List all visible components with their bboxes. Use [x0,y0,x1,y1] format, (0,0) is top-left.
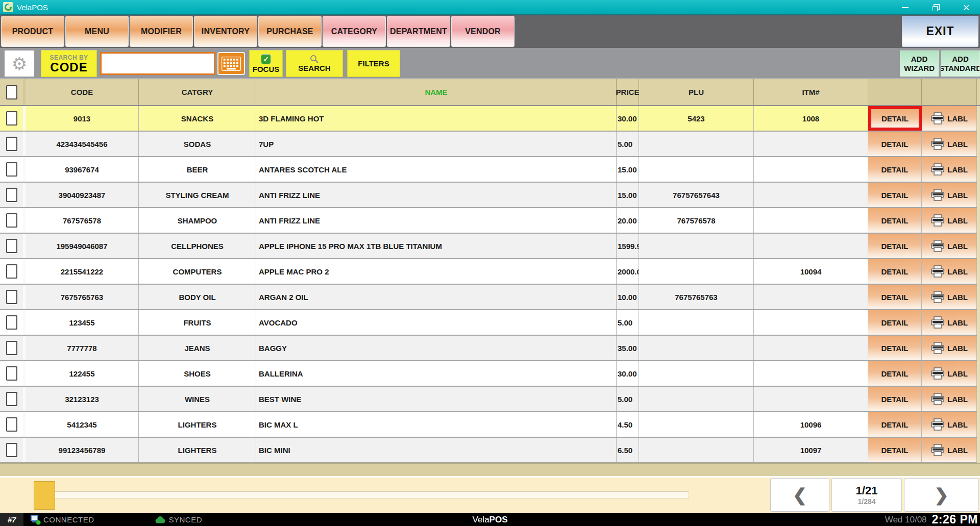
detail-button[interactable]: DETAIL [868,132,922,156]
row-checkbox[interactable] [6,264,17,279]
menu-category-button[interactable]: CATEGORY [323,16,386,47]
row-checkbox[interactable] [6,188,17,202]
table-row[interactable]: 767576578SHAMPOOANTI FRIZZ LINE20.007675… [0,208,977,234]
filters-button[interactable]: FILTERS [347,50,400,77]
next-page-button[interactable]: ❯ [904,478,979,512]
detail-button[interactable]: DETAIL [868,310,922,335]
label-print-button[interactable]: LABL [922,361,977,386]
printer-icon [930,342,945,354]
label-print-button[interactable]: LABL [922,438,977,462]
row-checkbox[interactable] [6,366,17,381]
table-row[interactable]: 5412345LIGHTERSBIC MAX L4.5010096DETAIL … [0,412,977,438]
itm-cell [754,157,868,182]
select-all-checkbox[interactable] [6,85,17,99]
horizontal-scroll-track[interactable] [45,491,689,498]
close-icon[interactable]: ✕ [962,3,971,12]
horizontal-scroll-handle[interactable] [34,481,55,510]
table-row[interactable]: 195949046087CELLPHONESAPPLE IPHONE 15 PR… [0,234,977,259]
detail-button[interactable]: DETAIL [868,438,922,462]
minimize-icon[interactable] [900,3,910,12]
price-cell: 6.50 [617,438,639,462]
table-row[interactable]: 123455FRUITSAVOCADO5.00DETAIL LABL [0,310,977,336]
row-checkbox[interactable] [6,111,17,126]
prev-page-button[interactable]: ❮ [770,478,829,512]
table-row[interactable]: 7675765763BODY OILARGAN 2 OIL10.00767576… [0,285,977,310]
table-row[interactable]: 93967674BEERANTARES SCOTCH ALE15.00DETAI… [0,157,977,183]
on-screen-keyboard-button[interactable] [217,52,245,75]
code-cell: 767576578 [26,208,139,233]
label-print-button[interactable]: LABL [922,208,977,233]
table-row[interactable]: 423434545456SODAS7UP5.00DETAIL LABL [0,132,977,157]
focus-button[interactable]: ✓ FOCUS [249,50,283,77]
row-checkbox[interactable] [6,443,17,457]
settings-button[interactable]: ⚙ [4,50,35,77]
menu-product-button[interactable]: PRODUCT [1,16,64,47]
add-wizard-button[interactable]: ADD WIZARD [900,51,939,77]
row-checkbox[interactable] [6,392,17,406]
row-checkbox[interactable] [6,315,17,330]
detail-button[interactable]: DETAIL [868,208,922,233]
table-row[interactable]: 32123123WINESBEST WINE5.00DETAIL LABL [0,387,977,412]
printer-icon [930,265,945,278]
table-row[interactable]: 2215541222COMPUTERSAPPLE MAC PRO 22000.0… [0,259,977,285]
category-cell: SNACKS [139,106,256,131]
row-select-cell [0,234,26,258]
header-catgry: CATGRY [139,79,256,105]
price-cell: 15.00 [617,183,639,207]
main-menu-bar: PRODUCTMENUMODIFIERINVENTORYPURCHASECATE… [0,15,980,48]
detail-button[interactable]: DETAIL [868,412,922,437]
category-cell: BODY OIL [139,285,256,309]
name-cell: AVOCADO [256,310,617,335]
search-button[interactable]: SEARCH [286,50,343,77]
detail-button[interactable]: DETAIL [868,157,922,182]
table-row[interactable]: 99123456789LIGHTERSBIC MINI6.5010097DETA… [0,438,977,463]
table-row[interactable]: 7777778JEANSBAGGY35.00DETAIL LABL [0,336,977,361]
itm-cell [754,310,868,335]
label-print-button[interactable]: LABL [922,310,977,335]
detail-button[interactable]: DETAIL [868,387,922,411]
label-print-button[interactable]: LABL [922,234,977,258]
menu-modifier-button[interactable]: MODIFIER [130,16,193,47]
menu-department-button[interactable]: DEPARTMENT [387,16,450,47]
table-row[interactable]: 122455SHOESBALLERINA30.00DETAIL LABL [0,361,977,387]
detail-button[interactable]: DETAIL [868,183,922,207]
date-time: Wed 10/08 2:26 PM [885,513,978,526]
row-checkbox[interactable] [6,213,17,228]
table-row[interactable]: 39040923487STYLING CREAMANTI FRIZZ LINE1… [0,183,977,208]
label-print-button[interactable]: LABL [922,183,977,207]
add-standard-button[interactable]: ADD STANDARD [941,51,980,77]
label-print-button[interactable]: LABL [922,336,977,360]
detail-button[interactable]: DETAIL [868,259,922,284]
menu-inventory-button[interactable]: INVENTORY [194,16,257,47]
table-row[interactable]: 9013SNACKS3D FLAMING HOT30.0054231008DET… [0,106,977,132]
row-checkbox[interactable] [6,341,17,355]
menu-menu-button[interactable]: MENU [65,16,129,47]
detail-button[interactable]: DETAIL [868,106,922,131]
detail-button[interactable]: DETAIL [868,336,922,360]
label-print-button[interactable]: LABL [922,285,977,309]
label-print-button[interactable]: LABL [922,387,977,411]
label-print-button[interactable]: LABL [922,259,977,284]
price-cell: 35.00 [617,336,639,360]
search-by-button[interactable]: SEARCH BY CODE [41,50,97,77]
menu-purchase-button[interactable]: PURCHASE [258,16,322,47]
detail-button[interactable]: DETAIL [868,361,922,386]
label-print-button[interactable]: LABL [922,106,977,131]
label-print-button[interactable]: LABL [922,412,977,437]
detail-button[interactable]: DETAIL [868,234,922,258]
printer-icon [930,163,945,176]
row-checkbox[interactable] [6,239,17,253]
row-checkbox[interactable] [6,137,17,151]
label-print-button[interactable]: LABL [922,132,977,156]
menu-vendor-button[interactable]: VENDOR [451,16,514,47]
detail-button[interactable]: DETAIL [868,285,922,309]
row-checkbox[interactable] [6,162,17,177]
row-checkbox[interactable] [6,417,17,432]
label-print-button[interactable]: LABL [922,157,977,182]
row-checkbox[interactable] [6,290,17,304]
labl-text: LABL [947,140,968,148]
exit-button[interactable]: EXIT [902,16,978,47]
restore-icon[interactable] [931,3,940,12]
search-input[interactable] [100,52,215,75]
synced-status: SYNCED [169,515,203,524]
